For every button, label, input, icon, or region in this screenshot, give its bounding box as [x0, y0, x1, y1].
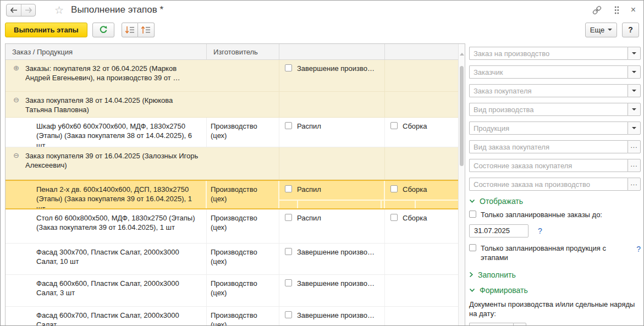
form-section-title: Формировать [480, 286, 528, 295]
more-button[interactable]: Еще [585, 23, 617, 37]
order-product-cell: ⊖Заказ покупателя 38 от 14.04.2025 (Крюк… [5, 92, 207, 117]
stage-cell-1 [279, 147, 385, 179]
forward-button[interactable] [21, 4, 35, 16]
collapse-icon[interactable]: ⊖ [13, 96, 19, 103]
stage-checkbox[interactable] [285, 185, 292, 192]
table-row[interactable]: ⊖Заказ покупателя 39 от 16.04.2025 (Зало… [5, 147, 458, 180]
only-planned-orders-checkbox[interactable] [469, 211, 476, 218]
stage-label: Завершение произво… [297, 64, 375, 73]
collapse-icon[interactable]: ⊖ [13, 152, 19, 159]
stage-checkbox[interactable] [285, 248, 292, 255]
stage-item: Сборка [390, 185, 453, 194]
dropdown-button[interactable] [628, 47, 641, 60]
back-button[interactable] [7, 4, 21, 16]
stage-checkbox[interactable] [285, 214, 292, 221]
stage-label: Завершение произво… [297, 311, 375, 320]
column-header-manufacturer[interactable]: Изготовитель [207, 44, 279, 59]
stage-execution-window: { "window": { "title": "Выполнение этапо… [0, 0, 644, 326]
ellipsis-button[interactable]: ... [628, 178, 641, 191]
stage-checkbox[interactable] [390, 185, 398, 192]
stage-checkbox[interactable] [285, 311, 292, 318]
more-dots-icon[interactable] [614, 6, 619, 14]
stage-cell-1: Завершение произво… [279, 307, 385, 325]
column-header-stage-2[interactable] [385, 44, 458, 59]
ellipsis-button[interactable]: ... [628, 140, 641, 153]
expand-all-button[interactable] [122, 23, 138, 37]
order-product-cell: Фасад 600х600, Пластик Салат, 2000х3000 … [5, 275, 207, 306]
stage-label: Завершение произво… [297, 247, 375, 257]
filter-field: Состояние заказа на производство... [469, 178, 641, 191]
column-header-order-product[interactable]: Заказ / Продукция [5, 44, 207, 59]
expand-icon[interactable]: ⊕ [13, 64, 19, 71]
fill-section-toggle[interactable]: Заполнить [469, 270, 641, 279]
table-row[interactable]: Фасад 300х700, Пластик Салат, 2000х3000 … [5, 244, 458, 275]
stage-checkbox[interactable] [285, 64, 292, 71]
execute-stages-button[interactable]: Выполнить этапы [5, 23, 87, 37]
planned-until-date-input[interactable]: 31.07.2025 [469, 224, 529, 237]
stage-checkbox[interactable] [285, 122, 292, 129]
chevron-down-icon [469, 288, 475, 292]
link-icon[interactable] [591, 4, 603, 16]
refresh-button[interactable] [92, 23, 114, 37]
only-planned-orders-label: Только запланированные заказы до: [481, 211, 641, 220]
production-docs-date-field: 31.07.2025 [469, 323, 526, 326]
vertical-scrollbar[interactable] [458, 44, 465, 325]
form-section-toggle[interactable]: Формировать [469, 286, 641, 295]
filter-input[interactable]: Заказчик [469, 65, 628, 79]
dropdown-button[interactable] [628, 84, 641, 97]
table-row[interactable]: Шкаф у60х60 600х700х600, МДФ, 1830х2750 … [5, 118, 458, 147]
stage-cell-2: Сборка [385, 118, 458, 147]
table-row[interactable]: ⊕Заказы: покупателя 32 от 06.04.2025 (Ма… [5, 60, 458, 92]
stage-checkbox[interactable] [390, 122, 398, 129]
filter-field: Состояние заказа покупателя... [469, 159, 641, 172]
ellipsis-button[interactable]: ... [628, 159, 641, 172]
manufacturer-cell: Производство (цех) [207, 307, 279, 325]
row-text: Пенал 2-х дв. 600х1400х600, ДСП, 1830х27… [36, 185, 192, 209]
orders-table: Заказ / Продукция Изготовитель ⊕Заказы: … [5, 43, 465, 325]
close-icon[interactable]: × [631, 5, 636, 15]
only-planned-products-help-link[interactable]: ? [636, 244, 641, 254]
stage-cell-1: Завершение произво… [279, 275, 385, 306]
order-product-cell: ⊖Заказ покупателя 39 от 16.04.2025 (Зало… [5, 147, 207, 179]
filter-input[interactable]: Вид производства [469, 103, 628, 116]
stage-label: Распил [297, 213, 321, 223]
column-header-stage-1[interactable] [279, 44, 385, 59]
manufacturer-cell: Производство (цех) [207, 181, 279, 208]
help-button[interactable]: ? [622, 23, 639, 37]
filter-field: Заказ покупателя [469, 84, 641, 97]
favorite-star-icon[interactable]: ☆ [54, 5, 64, 15]
filter-input[interactable]: Состояние заказа на производство [469, 178, 628, 191]
planned-until-help-link[interactable]: ? [538, 226, 542, 235]
stage-checkbox[interactable] [390, 214, 398, 221]
table-row[interactable]: Фасад 600х600, Пластик Салат, 2000х3000 … [5, 275, 458, 307]
only-planned-orders-row: Только запланированные заказы до: [469, 211, 641, 220]
stage-item: Завершение произво… [285, 279, 379, 288]
dropdown-button[interactable] [628, 65, 641, 79]
dropdown-button[interactable] [628, 103, 641, 116]
dropdown-button[interactable] [628, 121, 641, 135]
table-row[interactable]: Пенал 2-х дв. 600х1400х600, ДСП, 1830х27… [5, 180, 458, 209]
collapse-all-button[interactable] [138, 23, 155, 37]
manufacturer-cell: Производство (цех) [207, 275, 279, 306]
collapse-all-icon [141, 26, 151, 34]
manufacturer-cell [207, 92, 279, 117]
stage-checkbox[interactable] [285, 279, 292, 286]
table-row[interactable]: ⊖Заказ покупателя 38 от 14.04.2025 (Крюк… [5, 92, 458, 118]
filter-input[interactable]: Заказ на производство [469, 47, 628, 60]
scroll-up-arrow-icon[interactable] [460, 53, 464, 56]
filter-input[interactable]: Продукция [469, 121, 628, 135]
filter-input[interactable]: Заказ покупателя [469, 84, 628, 97]
order-product-cell: ⊕Заказы: покупателя 32 от 06.04.2025 (Ма… [5, 60, 207, 91]
scrollbar-thumb[interactable] [460, 66, 464, 166]
only-planned-products-checkbox[interactable] [469, 244, 476, 251]
display-section-toggle[interactable]: Отображать [469, 197, 641, 206]
filter-input[interactable]: Вид заказа покупателя [469, 140, 628, 153]
production-docs-date-input[interactable]: 31.07.2025 [469, 323, 513, 326]
calendar-button[interactable] [513, 323, 526, 326]
chevron-down-icon [632, 52, 636, 54]
table-row[interactable]: Фасад 600х700, Пластик Салат, 2000х3000 … [5, 307, 458, 325]
stage-item: Завершение произво… [285, 247, 379, 257]
table-row[interactable]: Стол 60 600х800х500, МДФ, 1830х2750 (Эта… [5, 209, 458, 244]
display-section-title: Отображать [480, 197, 523, 206]
filter-input[interactable]: Состояние заказа покупателя [469, 159, 628, 172]
